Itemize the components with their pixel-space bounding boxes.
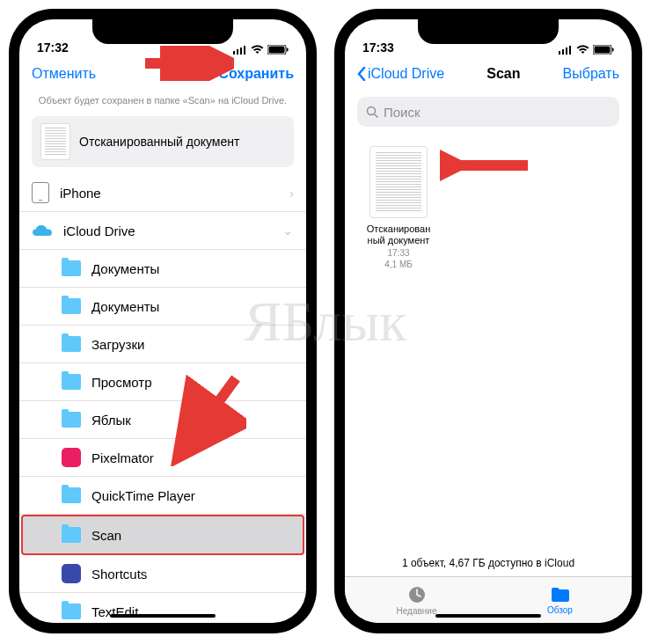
battery-icon [267, 45, 289, 55]
svg-rect-10 [562, 49, 564, 55]
chevron-down-icon: ⌄ [282, 223, 294, 238]
row-label: Документы [91, 299, 159, 314]
document-name: Отсканированный документ [79, 135, 239, 149]
home-indicator[interactable] [110, 614, 216, 618]
pixelmator-icon [62, 448, 81, 467]
file-name: Отсканирован ный документ [359, 223, 438, 246]
tab-label: Обзор [547, 605, 573, 615]
svg-rect-15 [612, 48, 614, 52]
signal-icon [559, 46, 573, 55]
folder-documents-2[interactable]: Документы [19, 288, 306, 326]
folder-yablyk[interactable]: Яблык [19, 401, 306, 439]
svg-rect-1 [237, 49, 238, 55]
folder-textedit[interactable]: TextEdit [19, 593, 306, 623]
folder-downloads[interactable]: Загрузки [19, 326, 306, 363]
file-size: 4,1 МБ [359, 260, 438, 269]
icloud-icon [32, 223, 53, 238]
wifi-icon [576, 45, 589, 55]
row-label: Просмотр [91, 375, 152, 390]
row-label: Pixelmator [91, 450, 154, 465]
search-icon [366, 106, 378, 118]
chevron-right-icon: › [289, 186, 294, 201]
iphone-device-right: 17:33 iCloud Drive Scan Выбрать Поиск От… [334, 9, 642, 633]
svg-point-16 [368, 107, 376, 115]
navbar-files: iCloud Drive Scan Выбрать [345, 56, 632, 91]
select-button[interactable]: Выбрать [563, 66, 619, 82]
wifi-icon [251, 45, 264, 55]
location-icloud-drive[interactable]: iCloud Drive ⌄ [19, 212, 306, 250]
svg-rect-5 [269, 47, 285, 54]
svg-rect-14 [595, 47, 611, 54]
folder-icon [62, 527, 81, 543]
status-right [233, 45, 289, 55]
chevron-left-icon [357, 67, 366, 81]
clock-icon [407, 585, 427, 604]
folder-icon [62, 298, 81, 314]
folder-icon [62, 374, 81, 390]
row-label: Яблык [91, 413, 131, 428]
folder-quicktime[interactable]: QuickTime Player [19, 477, 306, 515]
signal-icon [233, 46, 247, 55]
status-right [559, 45, 614, 55]
file-thumbnail-icon [369, 146, 428, 218]
folder-icon [62, 604, 81, 619]
battery-icon [593, 45, 614, 55]
location-list: iPhone › iCloud Drive ⌄ Документы Докуме… [19, 174, 306, 623]
svg-rect-12 [569, 46, 571, 55]
iphone-icon [32, 182, 49, 203]
folder-preview[interactable]: Просмотр [19, 363, 306, 401]
status-time: 17:33 [362, 40, 394, 55]
folder-icon [62, 336, 81, 352]
folder-documents-1[interactable]: Документы [19, 250, 306, 288]
search-placeholder: Поиск [384, 105, 421, 120]
row-label: Документы [91, 261, 159, 276]
row-label: iPhone [60, 186, 101, 201]
svg-line-17 [375, 114, 377, 117]
document-preview-row[interactable]: Отсканированный документ [32, 116, 294, 167]
row-label: Shortcuts [91, 567, 147, 582]
location-iphone[interactable]: iPhone › [19, 174, 306, 212]
notch [418, 19, 559, 44]
home-indicator[interactable] [435, 614, 541, 618]
shortcuts-icon [62, 564, 81, 583]
row-label: QuickTime Player [91, 488, 195, 503]
svg-rect-11 [566, 48, 567, 55]
page-title: Scan [486, 66, 520, 82]
back-label: iCloud Drive [368, 66, 444, 82]
svg-rect-9 [559, 51, 560, 55]
notch [92, 19, 233, 44]
row-label: iCloud Drive [63, 223, 135, 238]
annotation-arrow-save [141, 46, 234, 81]
iphone-device-left: 17:32 Отменить Сохранить Объект будет со… [9, 9, 317, 633]
row-label: Scan [91, 528, 121, 543]
status-time: 17:32 [37, 40, 69, 55]
folder-icon [62, 412, 81, 428]
cancel-button[interactable]: Отменить [32, 66, 96, 82]
row-label: Загрузки [91, 337, 144, 352]
back-button[interactable]: iCloud Drive [357, 66, 444, 82]
folder-icon [550, 586, 571, 604]
save-location-subtext: Объект будет сохранен в папке «Scan» на … [19, 91, 306, 109]
folder-icon [62, 260, 81, 276]
tab-label: Недавние [397, 606, 437, 616]
folder-pixelmator[interactable]: Pixelmator [19, 439, 306, 477]
svg-line-8 [183, 378, 236, 450]
folder-icon [62, 487, 81, 503]
search-input[interactable]: Поиск [357, 97, 619, 127]
file-time: 17:33 [359, 248, 438, 258]
document-thumbnail-icon [40, 123, 70, 160]
file-item[interactable]: Отсканирован ный документ 17:33 4,1 МБ [359, 146, 438, 269]
svg-rect-6 [287, 48, 289, 52]
storage-info: 1 объект, 4,67 ГБ доступно в iCloud [345, 550, 632, 576]
svg-rect-2 [240, 48, 242, 55]
svg-rect-3 [244, 46, 245, 55]
folder-shortcuts[interactable]: Shortcuts [19, 555, 306, 593]
annotation-arrow-scan [167, 370, 246, 466]
annotation-arrow-file [440, 148, 533, 183]
folder-scan-selected[interactable]: Scan [21, 515, 304, 555]
